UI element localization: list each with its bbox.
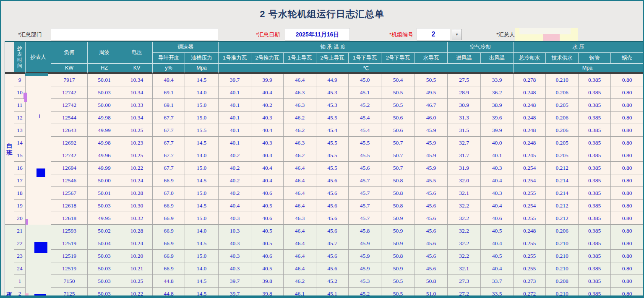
data-cell[interactable]: 0.205	[546, 149, 579, 162]
data-cell[interactable]: 49.5	[415, 86, 448, 99]
data-cell[interactable]: 46.4	[284, 237, 316, 250]
data-cell[interactable]: 27.5	[448, 74, 481, 86]
data-cell[interactable]: 40.3	[481, 162, 514, 174]
data-cell[interactable]: 10.25	[121, 275, 153, 288]
data-cell[interactable]: 0.255	[514, 250, 546, 262]
data-cell[interactable]: 12618	[51, 200, 88, 212]
data-cell[interactable]: 0.80	[611, 86, 644, 99]
data-cell[interactable]: 45.3	[349, 275, 381, 288]
data-cell[interactable]: 10.32	[121, 212, 153, 225]
data-cell[interactable]: 14.5	[185, 288, 219, 298]
data-cell[interactable]: 45.7	[349, 200, 381, 212]
data-cell[interactable]: 0.80	[611, 250, 644, 262]
data-cell[interactable]: 50.03	[88, 200, 121, 212]
data-cell[interactable]: 0.210	[546, 262, 579, 275]
row-time-cell[interactable]: 11	[14, 99, 26, 111]
data-cell[interactable]: 46.4	[284, 187, 316, 200]
data-cell[interactable]: 50.5	[381, 275, 415, 288]
data-cell[interactable]: 0.385	[579, 237, 611, 250]
data-cell[interactable]: 50.01	[88, 74, 121, 86]
data-cell[interactable]: 27.2	[448, 288, 481, 298]
data-cell[interactable]: 66.9	[153, 262, 185, 275]
data-cell[interactable]: 31.5	[448, 124, 481, 137]
data-cell[interactable]: 15.0	[185, 187, 219, 200]
data-cell[interactable]: 66.9	[153, 225, 185, 237]
data-cell[interactable]: 40.3	[481, 187, 514, 200]
data-cell[interactable]: 33.5	[481, 288, 514, 298]
data-cell[interactable]: 66.9	[153, 237, 185, 250]
data-cell[interactable]: 50.00	[88, 174, 121, 187]
data-cell[interactable]: 12519	[51, 262, 88, 275]
data-cell[interactable]: 0.385	[579, 187, 611, 200]
data-cell[interactable]: 0.385	[579, 288, 611, 298]
data-cell[interactable]: 14.5	[185, 200, 219, 212]
data-cell[interactable]: 0.385	[579, 212, 611, 225]
data-cell[interactable]: 15.0	[185, 162, 219, 174]
data-cell[interactable]: 67.7	[153, 111, 185, 124]
data-cell[interactable]: 40.0	[481, 137, 514, 149]
data-cell[interactable]: 46.7	[415, 99, 448, 111]
data-cell[interactable]: 15.5	[185, 124, 219, 137]
data-cell[interactable]: 45.4	[349, 124, 381, 137]
data-cell[interactable]: 33.9	[481, 74, 514, 86]
row-time-cell[interactable]: 20	[14, 212, 26, 225]
data-cell[interactable]: 66.9	[153, 250, 185, 262]
data-cell[interactable]: 50.02	[88, 225, 121, 237]
data-cell[interactable]: 45.6	[316, 174, 349, 187]
data-cell[interactable]: 50.03	[88, 250, 121, 262]
data-cell[interactable]: 10.22	[121, 162, 153, 174]
data-cell[interactable]: 40.4	[481, 174, 514, 187]
data-cell[interactable]: 0.80	[611, 162, 644, 174]
data-cell[interactable]: 45.6	[415, 187, 448, 200]
data-cell[interactable]: 45.6	[316, 212, 349, 225]
data-cell[interactable]: 0.254	[514, 200, 546, 212]
data-cell[interactable]: 0.385	[579, 262, 611, 275]
data-cell[interactable]: 45.5	[316, 137, 349, 149]
data-cell[interactable]: 10.34	[121, 74, 153, 86]
data-cell[interactable]: 0.80	[611, 174, 644, 187]
data-cell[interactable]: 12694	[51, 162, 88, 174]
data-cell[interactable]: 46.3	[284, 212, 316, 225]
data-cell[interactable]: 0.385	[579, 174, 611, 187]
data-cell[interactable]: 14.5	[185, 237, 219, 250]
data-cell[interactable]: 0.214	[546, 174, 579, 187]
data-cell[interactable]: 10.22	[121, 288, 153, 298]
data-cell[interactable]: 45.9	[415, 137, 448, 149]
data-cell[interactable]: 0.205	[546, 137, 579, 149]
data-cell[interactable]: 40.4	[481, 262, 514, 275]
data-cell[interactable]: 50.03	[88, 275, 121, 288]
data-cell[interactable]: 0.206	[546, 86, 579, 99]
data-cell[interactable]: 12692	[51, 137, 88, 149]
data-cell[interactable]: 69.1	[153, 86, 185, 99]
data-cell[interactable]: 50.04	[88, 237, 121, 250]
data-cell[interactable]: 12519	[51, 250, 88, 262]
data-cell[interactable]: 50.8	[381, 187, 415, 200]
data-cell[interactable]: 45.1	[316, 288, 349, 298]
person-cell[interactable]	[26, 99, 51, 111]
data-cell[interactable]: 45.6	[316, 225, 349, 237]
data-cell[interactable]: 40.6	[251, 187, 284, 200]
row-time-cell[interactable]: 18	[14, 187, 26, 200]
data-cell[interactable]: 50.9	[381, 262, 415, 275]
data-cell[interactable]: 45.9	[415, 149, 448, 162]
data-cell[interactable]: 28.9	[448, 86, 481, 99]
row-time-cell[interactable]: 23	[14, 250, 26, 262]
data-cell[interactable]: 40.1	[219, 124, 251, 137]
data-cell[interactable]: 40.5	[481, 225, 514, 237]
data-cell[interactable]: 10.24	[121, 237, 153, 250]
data-cell[interactable]: 12593	[51, 225, 88, 237]
data-cell[interactable]: 46.3	[284, 99, 316, 111]
data-cell[interactable]: 49.99	[88, 124, 121, 137]
data-cell[interactable]: 12742	[51, 86, 88, 99]
data-cell[interactable]: 0.208	[546, 275, 579, 288]
data-cell[interactable]: 40.6	[481, 212, 514, 225]
data-cell[interactable]: 45.9	[349, 262, 381, 275]
data-cell[interactable]: 46.3	[284, 86, 316, 99]
data-cell[interactable]: 46.2	[284, 149, 316, 162]
data-cell[interactable]: 12643	[51, 124, 88, 137]
data-cell[interactable]: 66.9	[153, 200, 185, 212]
data-cell[interactable]: 50.5	[381, 99, 415, 111]
data-cell[interactable]: 0.80	[611, 99, 644, 111]
data-cell[interactable]: 0.273	[514, 275, 546, 288]
data-cell[interactable]: 14.0	[185, 262, 219, 275]
